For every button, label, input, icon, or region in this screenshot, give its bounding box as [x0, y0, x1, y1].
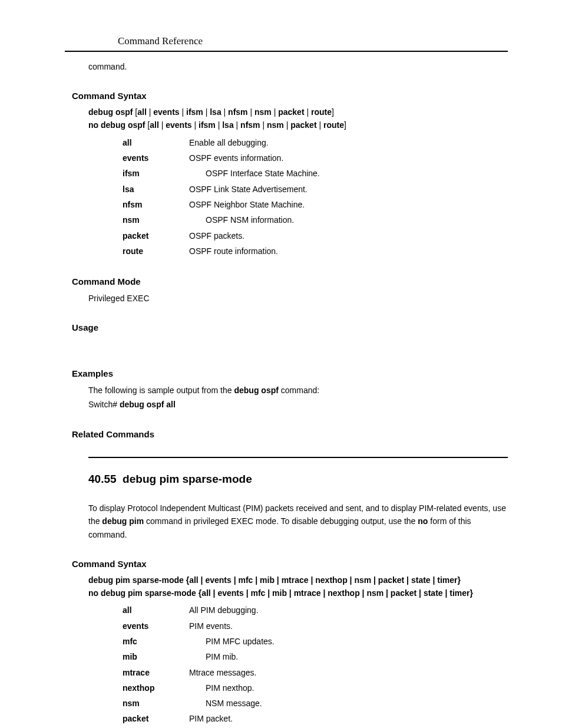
param-desc: PIM MFC updates. — [189, 634, 275, 649]
param-desc: OSPF events information. — [189, 150, 320, 166]
param-row: packetPIM packet. — [123, 711, 275, 726]
heading-command-mode: Command Mode — [72, 275, 508, 288]
section-number: 40.55 — [88, 473, 117, 485]
section-divider — [88, 457, 508, 458]
param-desc: OSPF Neighbor State Machine. — [189, 197, 320, 212]
param-key: route — [123, 243, 189, 259]
intro-bold2: no — [418, 516, 428, 526]
param-row: eventsOSPF events information. — [123, 150, 320, 166]
param-row: mibPIM mib. — [123, 649, 275, 664]
heading-command-syntax: Command Syntax — [72, 90, 508, 103]
param-key: events — [123, 150, 189, 166]
param-desc: OSPF Interface State Machine. — [189, 166, 320, 181]
param-desc: Enable all debugging. — [189, 135, 320, 150]
param-key: nexthop — [123, 680, 189, 696]
syntax-line: debug ospf [all | events | ifsm | lsa | … — [88, 106, 508, 118]
param-desc: Mtrace messages. — [189, 665, 275, 680]
param-row: packetOSPF packets. — [123, 228, 320, 243]
param-desc: PIM mib. — [189, 649, 275, 664]
examples-bold: debug ospf — [234, 386, 278, 395]
param-row: nsmNSM message. — [123, 696, 275, 711]
examples-line-1: The following is sample output from the … — [88, 384, 508, 397]
running-title: Command Reference — [118, 35, 203, 47]
param-key: mtrace — [123, 665, 189, 680]
param-desc: PIM events. — [189, 618, 275, 634]
examples-prompt: Switch# — [88, 400, 120, 409]
param-key: mfc — [123, 634, 189, 649]
examples-line-2: Switch# debug ospf all — [88, 398, 508, 411]
syntax-line: no debug pim sparse-mode {all | events |… — [88, 587, 508, 599]
section-title: 40.55 debug pim sparse-mode — [88, 471, 508, 487]
param-key: all — [123, 602, 189, 618]
usage-body-empty — [88, 338, 508, 351]
param-row: nsmOSPF NSM information. — [123, 212, 320, 228]
examples-pre: The following is sample output from the — [88, 386, 234, 395]
command-mode-text: Privileged EXEC — [88, 292, 508, 305]
section-name: debug pim sparse-mode — [123, 473, 252, 485]
param-row: ifsmOSPF Interface State Machine. — [123, 166, 320, 181]
syntax-block-2: debug pim sparse-mode {all | events | mf… — [88, 574, 508, 599]
param-row: routeOSPF route information. — [123, 243, 320, 259]
param-row: allAll PIM debugging. — [123, 602, 275, 618]
heading-examples: Examples — [72, 367, 508, 380]
syntax-line: debug pim sparse-mode {all | events | mf… — [88, 574, 508, 586]
param-row: allEnable all debugging. — [123, 135, 320, 150]
params-table-1: allEnable all debugging.eventsOSPF event… — [123, 135, 320, 259]
param-key: lsa — [123, 182, 189, 197]
param-key: nsm — [123, 212, 189, 228]
syntax-block: debug ospf [all | events | ifsm | lsa | … — [88, 106, 508, 131]
param-key: all — [123, 135, 189, 150]
param-row: mfcPIM MFC updates. — [123, 634, 275, 649]
param-desc: PIM packet. — [189, 711, 275, 726]
prev-command-tail: command. — [88, 60, 508, 73]
params-table-2: allAll PIM debugging.eventsPIM events.mf… — [123, 602, 275, 726]
heading-command-syntax-2: Command Syntax — [72, 558, 508, 571]
param-row: mtraceMtrace messages. — [123, 665, 275, 680]
param-desc: OSPF packets. — [189, 228, 320, 243]
intro-bold1: debug pim — [102, 516, 144, 526]
heading-related-commands: Related Commands — [72, 428, 508, 441]
param-key: ifsm — [123, 166, 189, 181]
section-intro: To display Protocol Independent Multicas… — [88, 502, 508, 541]
param-desc: OSPF NSM information. — [189, 212, 320, 228]
running-header: Command Reference — [65, 35, 508, 52]
param-key: nfsm — [123, 197, 189, 212]
param-key: packet — [123, 228, 189, 243]
param-key: events — [123, 618, 189, 634]
param-row: nfsmOSPF Neighbor State Machine. — [123, 197, 320, 212]
param-row: eventsPIM events. — [123, 618, 275, 634]
param-desc: PIM nexthop. — [189, 680, 275, 696]
heading-usage: Usage — [72, 321, 508, 334]
param-desc: OSPF Link State Advertisement. — [189, 182, 320, 197]
param-desc: NSM message. — [189, 696, 275, 711]
intro-mid: command in privileged EXEC mode. To disa… — [144, 516, 418, 526]
param-row: lsaOSPF Link State Advertisement. — [123, 182, 320, 197]
param-row: nexthopPIM nexthop. — [123, 680, 275, 696]
param-key: nsm — [123, 696, 189, 711]
examples-post: command: — [279, 386, 319, 395]
syntax-line: no debug ospf [all | events | ifsm | lsa… — [88, 119, 508, 131]
examples-cmd: debug ospf all — [120, 400, 176, 409]
param-desc: All PIM debugging. — [189, 602, 275, 618]
param-desc: OSPF route information. — [189, 243, 320, 259]
param-key: mib — [123, 649, 189, 664]
param-key: packet — [123, 711, 189, 726]
